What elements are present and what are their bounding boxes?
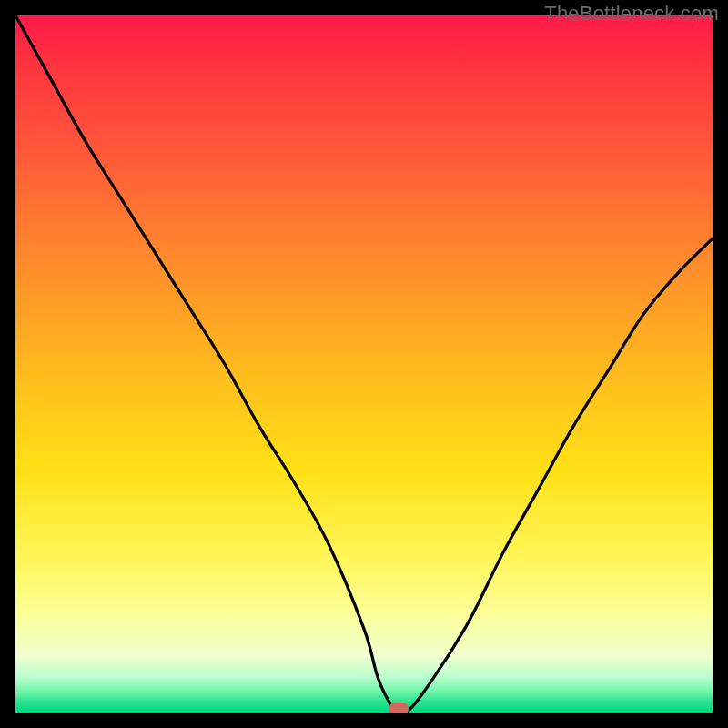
plot-area <box>15 15 713 713</box>
optimal-point-marker <box>389 703 409 713</box>
bottleneck-curve <box>15 15 713 713</box>
chart-frame: TheBottleneck.com <box>0 0 728 728</box>
curve-svg <box>15 15 713 713</box>
watermark-text: TheBottleneck.com <box>544 2 719 25</box>
